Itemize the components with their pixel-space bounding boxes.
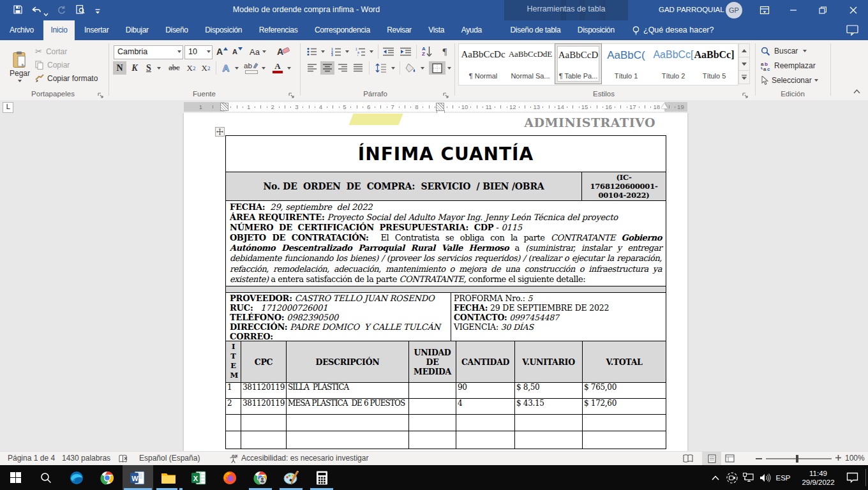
tab-correspondencia[interactable]: Correspondencia xyxy=(308,20,377,40)
print-layout-icon[interactable] xyxy=(702,452,721,465)
save-icon[interactable] xyxy=(13,4,23,16)
tab-diseno-de-tabla[interactable]: Diseño de tabla xyxy=(503,20,567,40)
proofing-error-icon[interactable] xyxy=(119,454,128,465)
styles-dialog-launcher-icon[interactable] xyxy=(742,91,749,98)
item-cell-unidad[interactable] xyxy=(409,383,456,399)
decrease-indent-button[interactable] xyxy=(381,45,396,59)
multilevel-list-button[interactable]: 1ai xyxy=(354,45,368,59)
proforma-cell[interactable]: PROFORMA Nro.: 5 FECHA: 29 DE SEPTIEMBRE… xyxy=(451,292,666,345)
tab-referencias[interactable]: Referencias xyxy=(252,20,305,40)
subscript-button[interactable]: X2 xyxy=(184,61,198,75)
clear-formatting-button[interactable]: A xyxy=(276,45,291,59)
account-name[interactable]: GAD PARROQUIAL xyxy=(659,6,724,13)
tell-me-box[interactable]: ¿Qué desea hacer? xyxy=(643,20,714,40)
item-cell-cpc[interactable] xyxy=(241,415,287,431)
start-button[interactable] xyxy=(0,465,31,490)
zoom-slider-thumb[interactable] xyxy=(796,455,798,463)
tab-revisar[interactable]: Revisar xyxy=(380,20,419,40)
col-vunitario[interactable]: V.UNITARIO xyxy=(515,341,583,383)
account-avatar[interactable]: GP xyxy=(726,2,742,19)
tray-language[interactable]: ESP xyxy=(774,465,793,490)
taskbar-explorer-icon[interactable] xyxy=(153,465,184,490)
page-indicator[interactable]: Página 1 de 4 xyxy=(8,454,55,463)
item-row[interactable] xyxy=(226,415,666,431)
tab-disposicion-tabla[interactable]: Disposición xyxy=(571,20,622,40)
align-center-button[interactable] xyxy=(320,61,334,75)
taskbar-calculator-icon[interactable] xyxy=(306,465,337,490)
tray-meet-now-icon[interactable] xyxy=(724,465,740,490)
minimize-button[interactable] xyxy=(779,0,807,20)
item-cell-cantidad[interactable] xyxy=(456,415,515,431)
tab-archivo[interactable]: Archivo xyxy=(3,20,41,40)
tab-diseno[interactable]: Diseño xyxy=(158,20,195,40)
format-painter-button[interactable]: Copiar formato xyxy=(35,72,108,84)
comments-icon[interactable] xyxy=(846,25,858,38)
tab-stop-selector[interactable]: L xyxy=(3,102,13,113)
item-row[interactable]: 2 381120119 MESA PLÁSTICA DE 6 PUESTOS 4… xyxy=(226,399,666,415)
font-size-combo[interactable]: 10 xyxy=(184,45,213,59)
grow-font-button[interactable]: A xyxy=(215,45,229,59)
item-cell-cpc[interactable] xyxy=(241,431,287,449)
taskbar-chrome-icon[interactable] xyxy=(92,465,123,490)
tray-expand-icon[interactable] xyxy=(707,465,724,490)
contract-info-cell[interactable]: FECHA: 29, septiembre del 2022 ÁREA REQU… xyxy=(226,201,666,286)
taskbar-chrome-profile-icon[interactable] xyxy=(245,465,276,490)
tray-network-icon[interactable] xyxy=(740,465,757,490)
horizontal-ruler[interactable]: 123456789101112131415161718119 xyxy=(184,102,687,112)
ribbon-display-options-icon[interactable] xyxy=(750,0,779,20)
tab-dibujar[interactable]: Dibujar xyxy=(119,20,156,40)
paste-button[interactable]: Pegar xyxy=(5,43,34,89)
document-page[interactable]: ADMINISTRATIVO ÍNFIMA CUANTÍA No. DE ORD… xyxy=(184,113,687,451)
paragraph-dialog-launcher-icon[interactable] xyxy=(443,91,450,98)
highlight-dropdown-icon[interactable] xyxy=(260,61,267,75)
accessibility-status[interactable]: Accesibilidad: es necesario investigar xyxy=(241,454,368,463)
item-cell-vunitario[interactable] xyxy=(515,431,583,449)
tab-inicio[interactable]: Inicio xyxy=(43,20,74,40)
change-case-button[interactable]: Aa xyxy=(248,45,268,59)
collapse-ribbon-icon[interactable] xyxy=(850,87,863,96)
font-name-combo[interactable]: Cambria xyxy=(114,45,183,59)
find-button[interactable]: Buscar xyxy=(761,45,825,57)
justify-button[interactable] xyxy=(351,61,365,75)
styles-scroll-up-icon[interactable] xyxy=(738,43,750,57)
select-button[interactable]: Seleccionar xyxy=(761,74,831,87)
taskbar-firefox-icon[interactable] xyxy=(214,465,245,490)
item-cell-descripcion[interactable]: SILLA PLÁSTICA xyxy=(287,383,409,399)
style-normal[interactable]: AaBbCcDc ¶ Normal xyxy=(460,44,506,84)
tab-vista[interactable]: Vista xyxy=(421,20,451,40)
line-spacing-dropdown-icon[interactable] xyxy=(389,61,397,75)
superscript-button[interactable]: X2 xyxy=(199,61,213,75)
zoom-slider-track[interactable] xyxy=(766,458,832,459)
text-effects-button[interactable]: A xyxy=(219,61,233,75)
order-label-cell[interactable]: No. DE ORDEN DE COMPRA: SERVICIO / BIEN … xyxy=(226,172,582,201)
right-indent-marker[interactable] xyxy=(661,103,668,108)
underline-dropdown-icon[interactable] xyxy=(155,61,163,75)
replace-button[interactable]: abac Reemplazar xyxy=(761,59,830,72)
word-count[interactable]: 1430 palabras xyxy=(62,454,110,463)
italic-button[interactable]: K xyxy=(129,61,140,75)
item-cell-vtotal[interactable] xyxy=(583,431,666,449)
align-left-button[interactable] xyxy=(305,61,319,75)
shading-button[interactable] xyxy=(403,61,419,75)
item-cell-vunitario[interactable]: $ 43.15 xyxy=(515,399,583,415)
provider-cell[interactable]: PROVEEDOR: CASTRO TELLO JUAN ROSENDO RUC… xyxy=(226,292,451,345)
item-cell-item[interactable] xyxy=(226,431,241,449)
taskbar-excel-icon[interactable]: X xyxy=(184,465,214,490)
tray-volume-icon[interactable] xyxy=(757,465,774,490)
tray-clock[interactable]: 11:49 29/9/2022 xyxy=(795,465,841,490)
shading-dropdown-icon[interactable] xyxy=(419,61,426,75)
item-cell-vunitario[interactable]: $ 8,50 xyxy=(515,383,583,399)
clipboard-dialog-launcher-icon[interactable] xyxy=(98,91,105,98)
doc-title-cell[interactable]: ÍNFIMA CUANTÍA xyxy=(226,136,666,172)
item-cell-unidad[interactable] xyxy=(409,431,456,449)
tab-disposicion[interactable]: Disposición xyxy=(198,20,249,40)
col-cantidad[interactable]: CANTIDAD xyxy=(456,341,515,383)
item-cell-vunitario[interactable] xyxy=(515,415,583,431)
copy-button[interactable]: Copiar xyxy=(35,59,108,71)
underline-button[interactable]: S xyxy=(143,61,154,75)
align-right-button[interactable] xyxy=(336,61,350,75)
col-descripcion[interactable]: DESCRIPCIÓN xyxy=(287,341,409,383)
bullets-button[interactable] xyxy=(305,45,319,59)
ic-code-cell[interactable]: (IC- 1768120600001- 00104-2022) xyxy=(582,172,666,201)
shrink-font-button[interactable]: A xyxy=(230,45,244,59)
